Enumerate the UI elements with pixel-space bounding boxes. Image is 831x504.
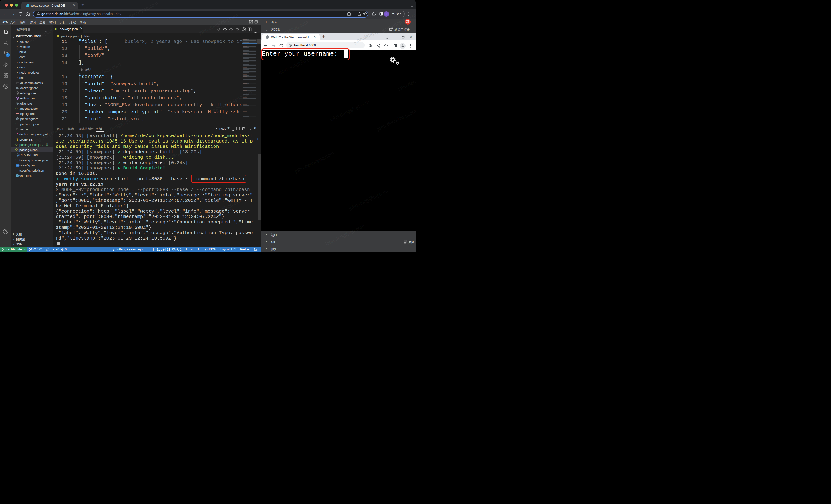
svg-text:TS: TS	[16, 165, 19, 167]
